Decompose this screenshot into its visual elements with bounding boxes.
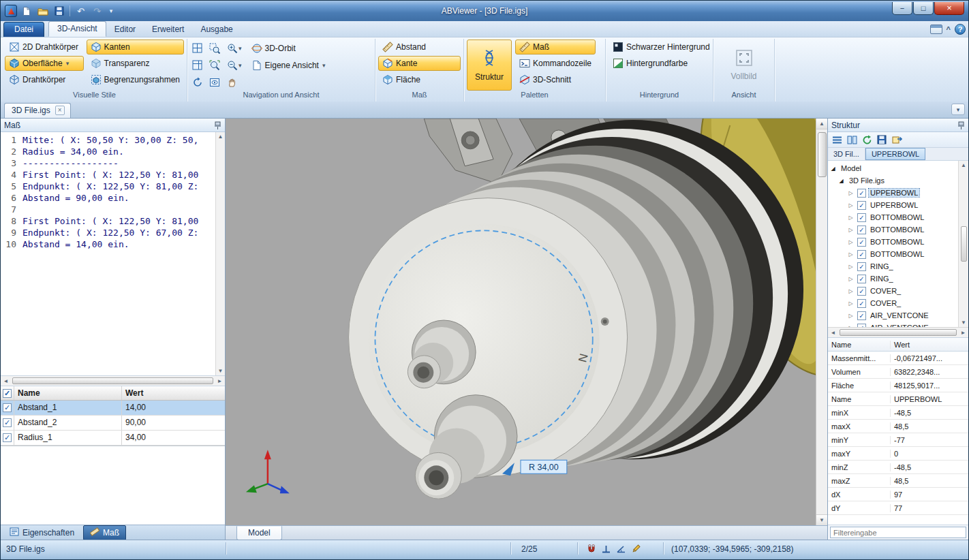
minimize-button[interactable]: −: [892, 2, 912, 15]
open-folder-button[interactable]: [35, 4, 50, 18]
scroll-up-icon[interactable]: ▲: [218, 134, 224, 140]
tree-checkbox[interactable]: ✓: [857, 238, 866, 247]
tree-item[interactable]: ▷✓COVER_: [828, 285, 958, 297]
mass-table-row[interactable]: ✓Abstand_114,00: [1, 401, 225, 416]
tree-collapsed-icon[interactable]: ▷: [847, 239, 855, 245]
property-row[interactable]: maxY0: [828, 447, 968, 461]
property-row[interactable]: minZ-48,5: [828, 461, 968, 474]
tree-collapsed-icon[interactable]: ▷: [847, 227, 855, 233]
tab-datei[interactable]: Datei: [3, 22, 44, 37]
collapse-ribbon-icon[interactable]: ^: [947, 25, 951, 33]
measurement-log[interactable]: 1Mitte: ( X: 50,50 Y: 30,00 Z: 50,2Radiu…: [1, 132, 225, 376]
perpendicular-icon[interactable]: [600, 543, 612, 555]
scroll-down-icon[interactable]: ▼: [816, 514, 827, 525]
fullscreen-button[interactable]: Vollbild: [722, 40, 767, 91]
tree-expanded-icon[interactable]: ◢: [829, 166, 837, 172]
tree-checkbox[interactable]: ✓: [857, 189, 866, 198]
tree-item[interactable]: ▷✓COVER_: [828, 297, 958, 309]
mass-table-row[interactable]: ✓Radius_134,00: [1, 431, 225, 446]
zoom-in-button[interactable]: ▾: [224, 42, 245, 55]
aerial-view-icon[interactable]: [207, 75, 221, 89]
scroll-thumb[interactable]: [840, 329, 957, 336]
status-page-indicator[interactable]: 2/25: [521, 544, 537, 554]
tree-collapsed-icon[interactable]: ▷: [847, 251, 855, 258]
tree-checkbox[interactable]: ✓: [857, 250, 866, 259]
export-structure-icon[interactable]: [891, 134, 903, 146]
viewports-icon[interactable]: [190, 41, 204, 55]
mass-palette-button[interactable]: Maß: [515, 40, 596, 55]
object-snap-icon[interactable]: [585, 543, 597, 555]
save-button[interactable]: [52, 4, 66, 18]
scroll-right-icon[interactable]: ►: [958, 330, 968, 336]
property-row[interactable]: Fläche48125,9017...: [828, 379, 968, 392]
tab-list-dropdown[interactable]: ▾: [951, 104, 965, 115]
property-row[interactable]: maxX48,5: [828, 420, 968, 433]
tree-collapsed-icon[interactable]: ▷: [847, 190, 855, 196]
property-row[interactable]: Volumen63822,2348...: [828, 365, 968, 379]
dropdown-icon[interactable]: ▾: [239, 62, 242, 69]
tab-ausgabe[interactable]: Ausgabe: [192, 22, 241, 37]
tree-item[interactable]: ▷✓AIR_VENTCONE: [828, 309, 958, 322]
scroll-thumb[interactable]: [961, 226, 967, 262]
zoom-extents-icon[interactable]: [207, 58, 221, 72]
transparency-button[interactable]: Transparenz: [87, 56, 184, 71]
mass-tab[interactable]: Maß: [83, 525, 126, 540]
tree-expanded-icon[interactable]: ◢: [837, 178, 845, 184]
pin-icon[interactable]: [957, 121, 965, 130]
scroll-up-icon[interactable]: ▲: [961, 162, 966, 168]
scroll-left-icon[interactable]: ◄: [1, 378, 11, 384]
tree-item[interactable]: ▷✓RING_: [828, 273, 958, 285]
surface-button[interactable]: Oberfläche ▾: [5, 56, 84, 71]
viewport-single-icon[interactable]: [190, 58, 204, 72]
tree-checkbox[interactable]: ✓: [857, 262, 866, 271]
view-list-icon[interactable]: [831, 134, 843, 146]
refresh-icon[interactable]: [861, 134, 873, 146]
structure-palette-button[interactable]: Struktur: [467, 40, 512, 91]
tree-item[interactable]: ▷✓BOTTOMBOWL: [828, 223, 958, 236]
tree-item[interactable]: ▷✓BOTTOMBOWL: [828, 236, 958, 248]
measurement-vscrollbar[interactable]: ▲ ▼: [215, 132, 225, 375]
scroll-right-icon[interactable]: ►: [215, 378, 225, 384]
tree-checkbox[interactable]: ✓: [857, 213, 866, 222]
black-background-button[interactable]: Schwarzer Hintergrund: [609, 40, 710, 55]
tree-collapsed-icon[interactable]: ▷: [847, 288, 855, 294]
tree-item[interactable]: ▷✓UPPERBOWL: [828, 187, 958, 199]
rotate-view-icon[interactable]: [190, 75, 204, 89]
view-columns-icon[interactable]: [846, 134, 858, 146]
zoom-window-icon[interactable]: [207, 41, 221, 55]
tree-collapsed-icon[interactable]: ▷: [847, 215, 855, 221]
scroll-down-icon[interactable]: ▼: [961, 320, 966, 326]
edges-button[interactable]: Kanten: [87, 40, 184, 55]
dropdown-icon[interactable]: ▾: [239, 45, 242, 52]
tree-vscrollbar[interactable]: ▲ ▼: [958, 161, 968, 327]
command-line-button[interactable]: Kommandozeile: [515, 56, 596, 71]
tree-collapsed-icon[interactable]: ▷: [847, 264, 855, 270]
measurement-hscrollbar[interactable]: ◄ ►: [1, 376, 225, 386]
tree-collapsed-icon[interactable]: ▷: [847, 313, 855, 319]
help-icon[interactable]: ?: [955, 24, 966, 35]
viewport-vscrollbar[interactable]: ▲ ▼: [816, 119, 827, 525]
tree-hscrollbar[interactable]: ◄ ►: [828, 327, 968, 337]
scroll-down-icon[interactable]: ▼: [218, 368, 224, 374]
background-color-button[interactable]: Hintergrundfarbe: [609, 56, 710, 71]
3d-model-canvas[interactable]: N: [226, 119, 816, 525]
qat-dropdown[interactable]: ▾: [106, 4, 116, 18]
filter-input[interactable]: [830, 527, 966, 538]
tree-item[interactable]: ▷✓AIR_VENTCONE: [828, 322, 958, 327]
row-checkbox[interactable]: ✓: [3, 433, 12, 442]
row-checkbox[interactable]: ✓: [3, 418, 12, 427]
tree-checkbox[interactable]: ✓: [857, 201, 866, 210]
new-file-button[interactable]: [19, 4, 33, 18]
edit-pencil-icon[interactable]: [630, 543, 642, 555]
measure-edge-button[interactable]: Kante: [378, 56, 461, 71]
mass-table-row[interactable]: ✓Abstand_290,00: [1, 416, 225, 431]
app-icon[interactable]: [5, 5, 17, 17]
save-structure-icon[interactable]: [876, 134, 888, 146]
tree-collapsed-icon[interactable]: ▷: [847, 202, 855, 208]
properties-tab[interactable]: Eigenschaften: [3, 525, 81, 540]
document-tab[interactable]: 3D File.igs ×: [4, 103, 71, 118]
scroll-up-icon[interactable]: ▲: [816, 119, 827, 129]
close-button[interactable]: ×: [934, 2, 964, 15]
structure-tab-upperbowl[interactable]: UPPERBOWL: [865, 148, 925, 160]
tree-checkbox[interactable]: ✓: [857, 225, 866, 234]
